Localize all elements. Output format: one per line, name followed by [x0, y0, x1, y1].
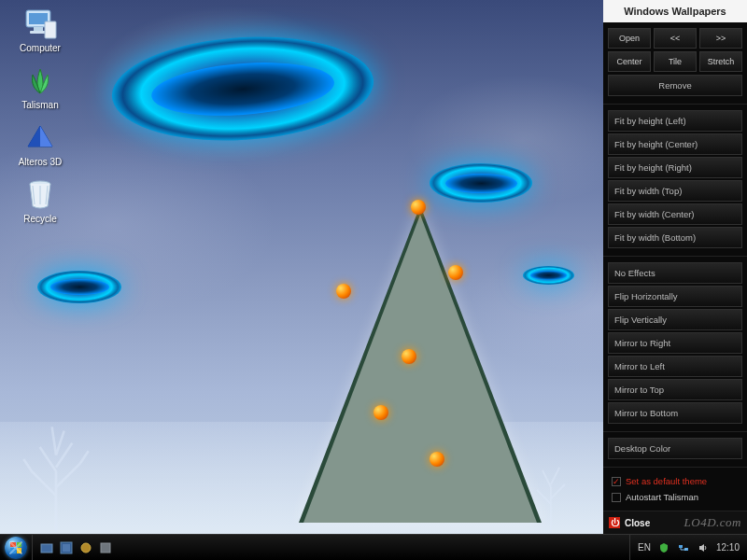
center-button[interactable]: Center [608, 51, 651, 72]
mirror-top-button[interactable]: Mirror to Top [608, 379, 742, 400]
desktop-icon-computer[interactable]: Computer [7, 4, 73, 61]
start-button[interactable] [0, 535, 32, 561]
computer-icon [21, 7, 59, 41]
quick-launch-app3[interactable] [97, 539, 114, 556]
alteros3d-icon [21, 121, 59, 155]
svg-rect-8 [63, 544, 70, 552]
checkbox-box-icon [612, 493, 621, 502]
desktop-icon-label: Recycle [23, 214, 57, 224]
close-label: Close [625, 518, 650, 528]
talisman-icon [21, 64, 59, 98]
tray-shield-icon[interactable] [657, 541, 670, 554]
tile-button[interactable]: Tile [654, 51, 697, 72]
checkbox-label: Autostart Talisman [626, 492, 698, 502]
system-tray: EN 12:10 [629, 535, 747, 560]
desktop-color-button[interactable]: Desktop Color [608, 438, 742, 459]
mirror-bottom-button[interactable]: Mirror to Bottom [608, 402, 742, 424]
windows-orb-icon [5, 537, 27, 559]
svg-rect-3 [30, 31, 47, 34]
svg-rect-2 [34, 27, 43, 31]
panel-section-fit: Fit by height (Left) Fit by height (Cent… [603, 105, 747, 257]
default-theme-checkbox[interactable]: ✓ Set as default theme [608, 473, 742, 489]
desktop-icon-talisman[interactable]: Talisman [7, 61, 73, 118]
svg-rect-10 [101, 543, 110, 553]
check-icon: ✓ [612, 477, 621, 486]
quick-launch-app1[interactable] [58, 539, 75, 556]
panel-section-effects: No Effects Flip Horizontally Flip Vertic… [603, 257, 747, 432]
tray-volume-icon[interactable] [697, 541, 710, 554]
stretch-button[interactable]: Stretch [699, 51, 742, 72]
panel-section-file: Open << >> Center Tile Stretch Remove [603, 22, 747, 105]
prev-button[interactable]: << [654, 28, 697, 49]
mirror-right-button[interactable]: Mirror to Right [608, 332, 742, 354]
fit-height-right-button[interactable]: Fit by height (Right) [608, 157, 742, 178]
checkbox-label: Set as default theme [626, 476, 707, 486]
fit-height-left-button[interactable]: Fit by height (Left) [608, 110, 742, 132]
svg-point-9 [81, 543, 91, 553]
open-button[interactable]: Open [608, 28, 651, 49]
desktop-icons-area: Computer Talisman Alteros 3D Recycle [7, 4, 73, 231]
wallpaper-panel: Windows Wallpapers Open << >> Center Til… [603, 0, 747, 534]
taskbar: EN 12:10 [0, 534, 747, 560]
recycle-bin-icon [21, 178, 59, 212]
panel-section-color: Desktop Color [603, 432, 747, 468]
fit-height-center-button[interactable]: Fit by height (Center) [608, 133, 742, 155]
desktop-icon-recycle[interactable]: Recycle [7, 175, 73, 231]
desktop-icon-alteros3d[interactable]: Alteros 3D [7, 118, 73, 175]
quick-launch-app2[interactable] [78, 539, 94, 556]
desktop-icon-label: Alteros 3D [19, 157, 63, 167]
fit-width-center-button[interactable]: Fit by width (Center) [608, 203, 742, 225]
next-button[interactable]: >> [699, 28, 742, 49]
power-icon: ⏻ [609, 517, 620, 528]
desktop-icon-label: Computer [20, 43, 61, 53]
close-button[interactable]: ⏻ Close [603, 511, 747, 534]
panel-section-options: ✓ Set as default theme Autostart Talisma… [603, 468, 747, 511]
mirror-left-button[interactable]: Mirror to Left [608, 356, 742, 377]
flip-horizontal-button[interactable]: Flip Horizontally [608, 286, 742, 307]
tray-network-icon[interactable] [677, 541, 690, 554]
tray-clock[interactable]: 12:10 [716, 542, 740, 553]
remove-button[interactable]: Remove [608, 75, 742, 96]
tray-language[interactable]: EN [638, 542, 651, 553]
quick-launch [32, 535, 120, 560]
panel-title: Windows Wallpapers [603, 0, 747, 22]
svg-rect-6 [41, 544, 52, 553]
fit-width-top-button[interactable]: Fit by width (Top) [608, 180, 742, 202]
fit-width-bottom-button[interactable]: Fit by width (Bottom) [608, 227, 742, 248]
autostart-checkbox[interactable]: Autostart Talisman [608, 489, 742, 505]
desktop-icon-label: Talisman [21, 100, 58, 110]
no-effects-button[interactable]: No Effects [608, 262, 742, 284]
flip-vertical-button[interactable]: Flip Vertically [608, 309, 742, 330]
svg-rect-11 [679, 545, 683, 548]
svg-rect-4 [45, 21, 56, 38]
quick-launch-show-desktop[interactable] [38, 539, 55, 556]
